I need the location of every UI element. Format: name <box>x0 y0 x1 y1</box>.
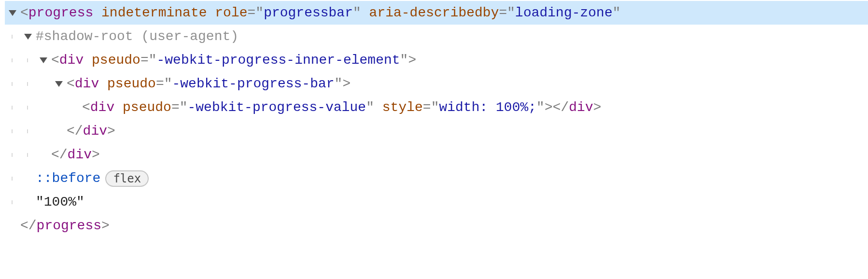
node-content: </progress> <box>20 214 110 237</box>
angle-bracket-open: < <box>67 76 75 91</box>
attr-value: width: 100%; <box>439 100 536 115</box>
close-tag-open: </ <box>67 124 83 139</box>
dom-tree[interactable]: <progress indeterminate role="progressba… <box>0 0 868 238</box>
attr-name: indeterminate <box>101 5 207 20</box>
close-tag-end: > <box>107 124 115 139</box>
dom-node-close-progress[interactable]: </progress> <box>5 214 868 237</box>
svg-marker-0 <box>9 10 16 16</box>
dom-node-shadow-root[interactable]: #shadow-root (user-agent) <box>5 25 868 48</box>
close-tag-name: progress <box>37 218 101 233</box>
dom-node-progress[interactable]: <progress indeterminate role="progressba… <box>5 1 868 25</box>
attr-name: aria-describedby <box>369 5 499 20</box>
node-content: </div> <box>51 143 100 167</box>
angle-bracket-close: > <box>342 76 350 91</box>
quote: " <box>335 76 343 91</box>
svg-marker-1 <box>24 34 32 40</box>
disclosure-triangle-icon[interactable] <box>36 56 51 65</box>
dom-node-close-div[interactable]: </div> <box>5 143 868 167</box>
attr-name: pseudo <box>92 53 140 68</box>
tag-name: div <box>75 76 99 91</box>
tag-name: div <box>59 53 84 68</box>
node-content: <div pseudo="-webkit-progress-inner-elem… <box>51 48 416 72</box>
close-tag-open: </ <box>20 218 37 233</box>
text-node: "100%" <box>36 190 84 214</box>
node-content: </div> <box>67 119 115 143</box>
attr-name: pseudo <box>123 100 171 115</box>
close-tag-end: > <box>101 218 110 233</box>
close-tag-end: > <box>593 100 602 115</box>
attr-value: loading-zone <box>515 5 613 20</box>
angle-bracket-close: > <box>408 53 416 68</box>
close-tag-name: div <box>83 124 107 139</box>
angle-bracket-open: < <box>51 53 59 68</box>
quote: " <box>536 100 545 115</box>
disclosure-triangle-icon[interactable] <box>51 79 67 89</box>
display-badge[interactable]: flex <box>105 170 149 187</box>
close-tag-end: > <box>92 147 100 162</box>
quote: " <box>255 5 264 20</box>
svg-marker-3 <box>55 81 63 87</box>
quote: " <box>149 53 157 68</box>
close-tag-name: div <box>68 147 92 162</box>
node-content: <div pseudo="-webkit-progress-bar"> <box>67 72 350 96</box>
quote: " <box>431 100 439 115</box>
pseudo-selector: ::before <box>36 171 100 186</box>
angle-bracket-open: < <box>20 5 28 20</box>
dom-node-pseudo-before[interactable]: ::before flex <box>5 167 868 190</box>
node-content: <progress indeterminate role="progressba… <box>20 1 621 25</box>
close-tag-open: </ <box>553 100 569 115</box>
quote: " <box>400 53 408 68</box>
attr-name: pseudo <box>107 76 156 91</box>
disclosure-triangle-icon[interactable] <box>5 8 20 18</box>
close-tag-name: div <box>569 100 593 115</box>
angle-bracket-open: < <box>82 100 90 115</box>
attr-value: progressbar <box>264 5 353 20</box>
attr-value: -webkit-progress-value <box>188 100 366 115</box>
quote: " <box>164 76 172 91</box>
equals: = <box>171 100 180 115</box>
node-content: <div pseudo="-webkit-progress-value" sty… <box>82 96 602 119</box>
equals: = <box>156 76 164 91</box>
dom-node-text[interactable]: "100%" <box>5 190 868 214</box>
tag-name: progress <box>28 5 93 20</box>
quote: " <box>507 5 515 20</box>
dom-node-div-progress-bar[interactable]: <div pseudo="-webkit-progress-bar"> <box>5 72 868 96</box>
attr-value: -webkit-progress-inner-element <box>157 53 400 68</box>
disclosure-triangle-icon[interactable] <box>20 32 36 42</box>
attr-name: style <box>382 100 423 115</box>
equals: = <box>248 5 256 20</box>
attr-value: -webkit-progress-bar <box>172 76 335 91</box>
close-tag-open: </ <box>51 147 68 162</box>
quote: " <box>613 5 621 20</box>
tag-name: div <box>90 100 114 115</box>
equals: = <box>499 5 507 20</box>
angle-bracket-close: > <box>545 100 553 115</box>
node-content: ::before <box>36 167 100 190</box>
equals: = <box>423 100 431 115</box>
dom-node-div-progress-value[interactable]: <div pseudo="-webkit-progress-value" sty… <box>5 96 868 119</box>
dom-node-close-div[interactable]: </div> <box>5 119 868 143</box>
attr-name: role <box>215 5 247 20</box>
quote: " <box>366 100 374 115</box>
quote: " <box>180 100 188 115</box>
quote: " <box>353 5 361 20</box>
dom-node-div-inner-element[interactable]: <div pseudo="-webkit-progress-inner-elem… <box>5 48 868 72</box>
equals: = <box>140 53 149 68</box>
svg-marker-2 <box>40 57 47 63</box>
shadow-root-label: #shadow-root (user-agent) <box>36 25 238 48</box>
